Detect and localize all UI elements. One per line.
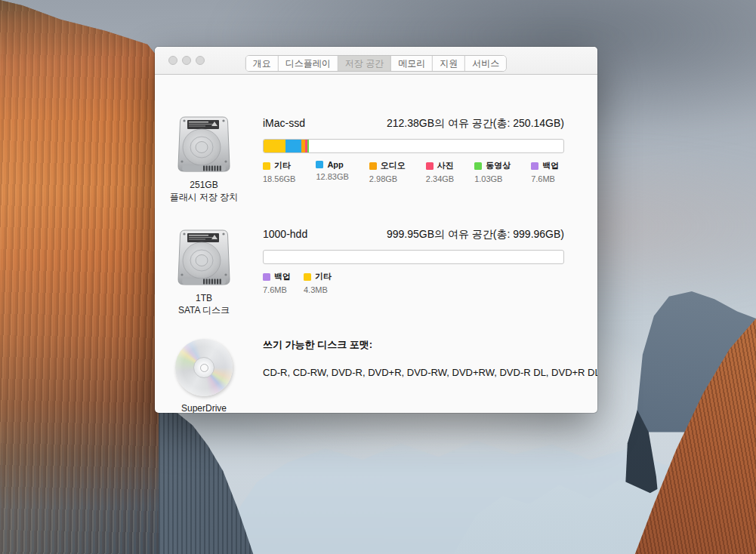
legend-swatch — [263, 273, 270, 281]
cd-disc-icon — [175, 339, 233, 396]
legend-swatch — [304, 273, 311, 281]
disk2-caption: 1TB SATA 디스크 — [155, 292, 253, 316]
disk2-capacity: 1TB — [155, 292, 253, 304]
superdrive-caption: SuperDrive — [155, 402, 253, 413]
legend-item: 백업 7.6MB — [531, 160, 559, 183]
disk1-details: iMac-ssd 212.38GB의 여유 공간(총: 250.14GB) 기타… — [263, 117, 564, 183]
disk1-legend: 기타 18.56GB App 12.83GB 오디오 2.98GB 사진 2.3… — [263, 160, 564, 183]
disk2-legend: 백업 7.6MB 기타 4.3MB — [263, 271, 564, 294]
disk1-caption: 251GB 플래시 저장 장치 — [155, 179, 253, 203]
legend-item: 백업 7.6MB — [263, 271, 291, 294]
disk2-usage-bar — [263, 250, 564, 264]
disk1-name: iMac-ssd — [263, 117, 305, 129]
disk1-icon-column: 251GB 플래시 저장 장치 — [155, 113, 253, 203]
disk2-details: 1000-hdd 999.95GB의 여유 공간(총: 999.96GB) 백업… — [263, 228, 564, 294]
superdrive-icon-column: SuperDrive — [155, 339, 253, 413]
disk1-usage-bar — [263, 139, 564, 153]
tab-overview[interactable]: 개요 — [246, 56, 279, 71]
about-this-mac-window: 개요 디스플레이 저장 공간 메모리 지원 서비스 — [155, 47, 597, 413]
tab-support[interactable]: 지원 — [433, 56, 465, 71]
disk2-type: SATA 디스크 — [155, 304, 253, 316]
legend-swatch — [263, 162, 270, 170]
tab-storage[interactable]: 저장 공간 — [338, 56, 391, 71]
legend-item: 기타 4.3MB — [304, 271, 332, 294]
superdrive-details: 쓰기 가능한 디스크 포맷: CD-R, CD-RW, DVD-R, DVD+R… — [263, 338, 564, 378]
legend-swatch — [531, 162, 538, 170]
hard-disk-icon — [177, 226, 231, 290]
minimize-button[interactable] — [182, 56, 191, 65]
bar-segment-App — [285, 140, 301, 152]
disk2-free-space: 999.95GB의 여유 공간(총: 999.96GB) — [387, 228, 564, 242]
disk1-free-space: 212.38GB의 여유 공간(총: 250.14GB) — [387, 117, 564, 131]
cd-hub — [193, 357, 214, 378]
window-titlebar[interactable]: 개요 디스플레이 저장 공간 메모리 지원 서비스 — [155, 47, 597, 75]
disk2-icon-column: 1TB SATA 디스크 — [155, 226, 253, 316]
disk1-capacity: 251GB — [155, 179, 253, 191]
desktop-wallpaper: 개요 디스플레이 저장 공간 메모리 지원 서비스 — [0, 0, 756, 554]
bar-segment-동영상 — [307, 140, 309, 152]
writable-formats-title: 쓰기 가능한 디스크 포맷: — [263, 338, 564, 352]
hard-disk-icon — [177, 113, 231, 177]
bar-segment-기타 — [264, 140, 285, 152]
legend-swatch — [316, 161, 323, 168]
legend-item: 사진 2.34GB — [426, 160, 454, 183]
close-button[interactable] — [168, 56, 177, 65]
legend-item: 동영상 1.03GB — [474, 160, 511, 183]
tab-displays[interactable]: 디스플레이 — [279, 56, 338, 71]
writable-formats-list: CD-R, CD-RW, DVD-R, DVD+R, DVD-RW, DVD+R… — [263, 367, 564, 378]
disk1-header: iMac-ssd 212.38GB의 여유 공간(총: 250.14GB) — [263, 117, 564, 131]
legend-item: 오디오 2.98GB — [369, 160, 406, 183]
tab-bar: 개요 디스플레이 저장 공간 메모리 지원 서비스 — [245, 55, 507, 72]
legend-swatch — [426, 162, 434, 170]
tab-service[interactable]: 서비스 — [465, 56, 506, 71]
legend-item: App 12.83GB — [316, 160, 348, 183]
legend-swatch — [369, 162, 377, 170]
disk1-type: 플래시 저장 장치 — [155, 191, 253, 203]
cd-hole — [200, 364, 208, 372]
disk2-header: 1000-hdd 999.95GB의 여유 공간(총: 999.96GB) — [263, 228, 564, 242]
storage-pane: 251GB 플래시 저장 장치 iMac-ssd 212.38GB의 여유 공간… — [155, 75, 597, 413]
legend-item: 기타 18.56GB — [263, 160, 295, 183]
traffic-lights — [168, 56, 207, 65]
disk2-name: 1000-hdd — [263, 228, 307, 240]
legend-swatch — [474, 162, 482, 170]
tab-memory[interactable]: 메모리 — [391, 56, 433, 71]
zoom-button[interactable] — [196, 56, 205, 65]
